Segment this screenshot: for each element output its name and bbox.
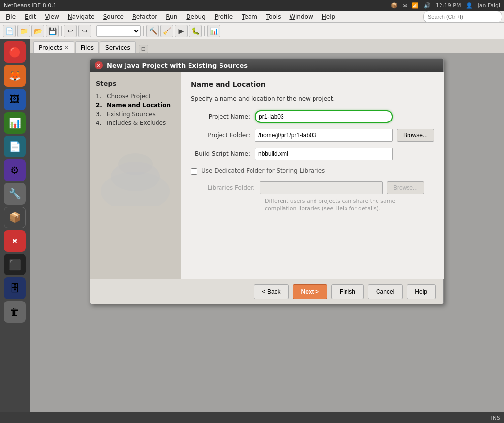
project-select[interactable] <box>96 25 141 37</box>
menu-source[interactable]: Source <box>99 12 127 21</box>
cancel-button[interactable]: Cancel <box>368 284 403 299</box>
menu-run[interactable]: Run <box>162 12 181 21</box>
toolbar-sep4 <box>204 26 205 36</box>
run-btn[interactable]: ▶ <box>175 25 188 37</box>
project-name-row: Project Name: <box>191 110 434 123</box>
dedicated-folder-label[interactable]: Use Dedicated Folder for Storing Librari… <box>201 167 325 174</box>
browse-folder-button[interactable]: Browse... <box>397 129 434 142</box>
debug-btn[interactable]: 🐛 <box>189 25 202 37</box>
next-button[interactable]: Next > <box>293 284 327 299</box>
finish-button[interactable]: Finish <box>331 284 364 299</box>
database-icon[interactable]: 🗄 <box>4 277 26 299</box>
menu-profile[interactable]: Profile <box>211 12 237 21</box>
tab-projects-close[interactable]: ✕ <box>64 45 68 50</box>
step-4: 4. Includes & Excludes <box>96 119 175 127</box>
build-script-label: Build Script Name: <box>191 151 255 157</box>
dialog-close-button[interactable]: ✕ <box>95 61 103 69</box>
clean-build-btn[interactable]: 🧹 <box>160 25 173 37</box>
menu-debug[interactable]: Debug <box>182 12 209 21</box>
tab-projects-label: Projects <box>39 44 62 51</box>
firefox-icon[interactable]: 🦊 <box>4 65 26 87</box>
menu-team[interactable]: Team <box>238 12 261 21</box>
dedicated-folder-row: Use Dedicated Folder for Storing Librari… <box>191 167 434 175</box>
menu-refactor[interactable]: Refactor <box>128 12 161 21</box>
terminal-icon[interactable]: ⬛ <box>4 254 26 275</box>
menu-help[interactable]: Help <box>318 12 339 21</box>
help-button[interactable]: Help <box>407 284 436 299</box>
dialog-titlebar: ✕ New Java Project with Existing Sources <box>90 59 443 72</box>
libraries-note: Different users and projects can share t… <box>265 197 403 212</box>
project-folder-row: Project Folder: Browse... <box>191 129 434 142</box>
tab-services-label: Services <box>105 44 130 51</box>
image-viewer-icon[interactable]: 🖼 <box>4 89 26 110</box>
save-btn[interactable]: 💾 <box>46 25 59 37</box>
project-folder-label: Project Folder: <box>191 132 255 139</box>
profile-btn[interactable]: 📊 <box>207 25 220 37</box>
dropbox-icon: 📦 <box>391 2 398 9</box>
build-btn[interactable]: 🔨 <box>146 25 159 37</box>
step-3-label: Existing Sources <box>107 111 156 118</box>
step-2-num: 2. <box>96 102 105 109</box>
menu-view[interactable]: View <box>41 12 63 21</box>
settings-icon[interactable]: ⚙ <box>4 159 26 181</box>
redo-btn[interactable]: ↪ <box>78 25 91 37</box>
tab-pin-btn[interactable]: ⊟ <box>139 45 148 52</box>
new-project-btn[interactable]: 📄 <box>3 25 16 37</box>
menu-edit[interactable]: Edit <box>21 12 40 21</box>
tab-files[interactable]: Files <box>75 41 99 53</box>
network-icon: 📶 <box>412 2 419 9</box>
libraries-folder-label: Libraries Folder: <box>201 184 260 191</box>
step-2-label: Name and Location <box>107 102 171 109</box>
ide-panel: ✕ New Java Project with Existing Sources… <box>30 53 504 412</box>
new-project-dialog: ✕ New Java Project with Existing Sources… <box>90 58 444 304</box>
topbar: NetBeans IDE 8.0.1 📦 ✉ 📶 🔊 12:19 PM 👤 Ja… <box>0 0 504 11</box>
toolbar: 📄 📁 📂 💾 ↩ ↪ 🔨 🧹 ▶ 🐛 📊 <box>0 23 504 39</box>
sidebar: 🔴 🦊 🖼 📊 📄 ⚙ 🔧 📦 ✖ ⬛ 🗄 🗑 <box>0 39 30 412</box>
step-2: 2. Name and Location <box>96 101 175 110</box>
dialog-body: Steps 1. Choose Project 2. Name and Loca… <box>90 72 443 279</box>
project-folder-input[interactable] <box>255 129 393 142</box>
tab-services[interactable]: Services <box>100 41 136 53</box>
toolbar-sep3 <box>143 26 144 36</box>
trash-icon[interactable]: 🗑 <box>4 301 26 323</box>
dialog-overlay: ✕ New Java Project with Existing Sources… <box>30 53 504 412</box>
step-3-num: 3. <box>96 111 105 118</box>
libraries-section: Libraries Folder: Browse... Different us… <box>201 181 434 212</box>
menu-window[interactable]: Window <box>285 12 316 21</box>
netbeans-logo-icon[interactable]: 🔴 <box>4 41 26 63</box>
steps-watermark <box>96 142 175 206</box>
editor-mode: INS <box>491 415 500 421</box>
redapp-icon[interactable]: ✖ <box>4 230 26 252</box>
menu-file[interactable]: File <box>2 12 20 21</box>
build-script-input[interactable] <box>255 148 393 160</box>
open-project-btn[interactable]: 📂 <box>32 25 44 37</box>
undo-btn[interactable]: ↩ <box>64 25 77 37</box>
dedicated-folder-checkbox[interactable] <box>191 168 197 175</box>
global-search-input[interactable] <box>423 11 502 23</box>
content-subtitle: Specify a name and location for the new … <box>191 95 434 102</box>
topbar-right: 📦 ✉ 📶 🔊 12:19 PM 👤 Jan Faigl <box>391 2 500 9</box>
document-icon[interactable]: 📄 <box>4 136 26 157</box>
project-name-input[interactable] <box>255 110 393 123</box>
dialog-title-text: New Java Project with Existing Sources <box>107 62 248 69</box>
step-1: 1. Choose Project <box>96 92 175 101</box>
toolbar-sep2 <box>94 26 94 36</box>
back-button[interactable]: < Back <box>254 284 289 299</box>
step-3: 3. Existing Sources <box>96 110 175 119</box>
tabbar: Projects ✕ Files Services ⊟ <box>30 39 504 53</box>
menu-navigate[interactable]: Navigate <box>64 12 98 21</box>
main-area: 🔴 🦊 🖼 📊 📄 ⚙ 🔧 📦 ✖ ⬛ 🗄 🗑 Projects ✕ Files… <box>0 39 504 412</box>
build-script-row: Build Script Name: <box>191 148 434 160</box>
spreadsheet-icon[interactable]: 📊 <box>4 112 26 134</box>
dialog-footer: < Back Next > Finish Cancel Help <box>90 279 443 304</box>
tools-icon[interactable]: 🔧 <box>4 183 26 205</box>
tab-projects[interactable]: Projects ✕ <box>33 41 74 53</box>
statusbar: INS <box>0 412 504 423</box>
new-file-btn[interactable]: 📁 <box>17 25 30 37</box>
content-section-title: Name and Location <box>191 80 434 91</box>
user-name: Jan Faigl <box>477 2 500 9</box>
menu-tools[interactable]: Tools <box>262 12 285 21</box>
step-1-label: Choose Project <box>107 93 151 100</box>
browse-libraries-button: Browse... <box>387 181 424 194</box>
dropbox-sidebar-icon[interactable]: 📦 <box>4 207 26 228</box>
